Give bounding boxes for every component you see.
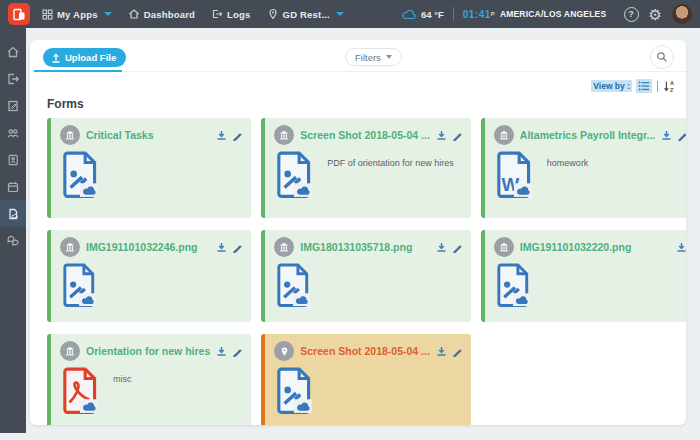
sidebar-item-team[interactable] (0, 119, 26, 146)
clock-time: 01:41 (463, 9, 491, 20)
download-icon[interactable] (661, 130, 672, 141)
download-icon[interactable] (436, 346, 447, 357)
timezone-label: AMERICA/LOS ANGELES (500, 9, 606, 19)
file-card[interactable]: Orientation for new hires misc (47, 334, 251, 425)
download-icon[interactable] (436, 242, 447, 253)
file-title: Screen Shot 2018-05-04 ... (300, 345, 430, 357)
svg-text:Z: Z (670, 87, 674, 93)
bank-badge-icon (274, 125, 294, 145)
edit-pencil-icon[interactable] (452, 346, 463, 357)
file-card[interactable]: Critical Tasks (47, 118, 251, 218)
search-button[interactable] (650, 45, 674, 69)
edit-pencil-icon[interactable] (232, 130, 243, 141)
nav-dashboard-label: Dashboard (144, 9, 195, 20)
edit-pencil-icon[interactable] (677, 130, 686, 141)
help-icon[interactable]: ? (624, 7, 639, 22)
chevron-down-icon (386, 55, 392, 59)
upload-icon (51, 53, 61, 63)
nav-logs-label: Logs (227, 9, 251, 20)
people-icon (6, 126, 20, 140)
home-icon (128, 8, 140, 20)
image-file-icon (61, 263, 99, 312)
chat-bubbles-icon (6, 234, 20, 248)
edit-pencil-icon[interactable] (232, 242, 243, 253)
list-view-icon[interactable] (636, 79, 652, 93)
file-card[interactable]: IMG191101032220.png (481, 230, 686, 322)
sidebar-item-messages[interactable] (0, 227, 26, 254)
location-pin-badge-icon (274, 341, 294, 361)
topbar-divider (453, 7, 454, 21)
word-file-icon: W (495, 151, 535, 203)
image-file-icon (61, 151, 101, 203)
bank-badge-icon (60, 125, 80, 145)
bank-badge-icon (494, 237, 514, 257)
file-title: IMG180131035718.png (300, 241, 430, 253)
upload-file-label: Upload File (65, 52, 116, 63)
gear-icon[interactable]: ⚙ (649, 7, 662, 22)
topbar-actions: ? ⚙ (624, 4, 692, 24)
sidebar-item-home[interactable] (0, 38, 26, 65)
file-cloud-icon (6, 207, 20, 221)
user-avatar[interactable] (672, 4, 692, 24)
image-file-icon (275, 151, 315, 203)
svg-text:A: A (670, 80, 674, 86)
cloud-icon (402, 9, 416, 20)
sidebar-item-calendar[interactable] (0, 173, 26, 200)
image-file-icon (275, 263, 313, 312)
clock-meridiem: P (491, 11, 495, 17)
toolbar-divider (30, 71, 686, 72)
nav-location-selector[interactable]: GD Rest... (267, 8, 344, 20)
app-logo[interactable] (8, 3, 30, 25)
sidebar-item-forms[interactable] (0, 92, 26, 119)
temperature-label: 64 °F (421, 9, 444, 20)
image-file-icon (275, 367, 315, 419)
contact-book-icon (6, 153, 20, 167)
download-icon[interactable] (216, 346, 227, 357)
file-description: homework (547, 158, 589, 168)
file-card-selected[interactable]: Screen Shot 2018-05-04 ... (261, 334, 471, 425)
edit-pencil-icon[interactable] (232, 346, 243, 357)
file-card[interactable]: IMG191101032246.png (47, 230, 251, 322)
pdf-file-icon (61, 367, 101, 419)
download-icon[interactable] (436, 130, 447, 141)
download-icon[interactable] (676, 242, 686, 253)
download-icon[interactable] (216, 130, 227, 141)
forms-grid: Critical Tasks (47, 118, 669, 425)
edit-pencil-icon[interactable] (452, 242, 463, 253)
nav-my-apps-label: My Apps (57, 9, 98, 20)
section-title: Forms (47, 97, 84, 111)
upload-file-button[interactable]: Upload File (43, 48, 126, 67)
nav-location-label: GD Rest... (283, 9, 330, 20)
view-by-label: View by : (591, 80, 632, 92)
file-card[interactable]: Screen Shot 2018-05-04 ... PDF of orient… (261, 118, 471, 218)
weather-widget: 64 °F (402, 9, 444, 20)
bank-badge-icon (274, 237, 294, 257)
nav-logs[interactable]: Logs (211, 8, 251, 20)
bank-badge-icon (60, 341, 80, 361)
file-description: misc (113, 374, 132, 384)
chevron-down-icon (104, 12, 112, 16)
file-title: Critical Tasks (86, 129, 210, 141)
file-title: Orientation for new hires (86, 345, 210, 357)
file-card[interactable]: IMG180131035718.png (261, 230, 471, 322)
filters-button[interactable]: Filters (345, 48, 402, 66)
download-icon[interactable] (216, 242, 227, 253)
sidebar-item-files[interactable] (0, 200, 26, 227)
file-card[interactable]: Altametrics Payroll Integr... W homework (481, 118, 686, 218)
bank-badge-icon (60, 237, 80, 257)
nav-dashboard[interactable]: Dashboard (128, 8, 195, 20)
file-title: Altametrics Payroll Integr... (520, 129, 655, 141)
logs-icon (211, 8, 223, 20)
view-options-bar: View by : A Z (591, 79, 676, 93)
sidebar-item-logout[interactable] (0, 65, 26, 92)
sort-az-icon[interactable]: A Z (663, 80, 676, 93)
content-panel: Upload File Filters View by : A Z (30, 40, 686, 425)
nav-my-apps[interactable]: My Apps (42, 9, 112, 20)
home-icon (6, 45, 20, 59)
file-title: Screen Shot 2018-05-04 ... (300, 129, 430, 141)
file-description: PDF of orientation for new hires (327, 158, 454, 168)
calendar-icon (6, 180, 20, 194)
location-pin-icon (267, 8, 279, 20)
sidebar-item-contacts[interactable] (0, 146, 26, 173)
edit-pencil-icon[interactable] (452, 130, 463, 141)
